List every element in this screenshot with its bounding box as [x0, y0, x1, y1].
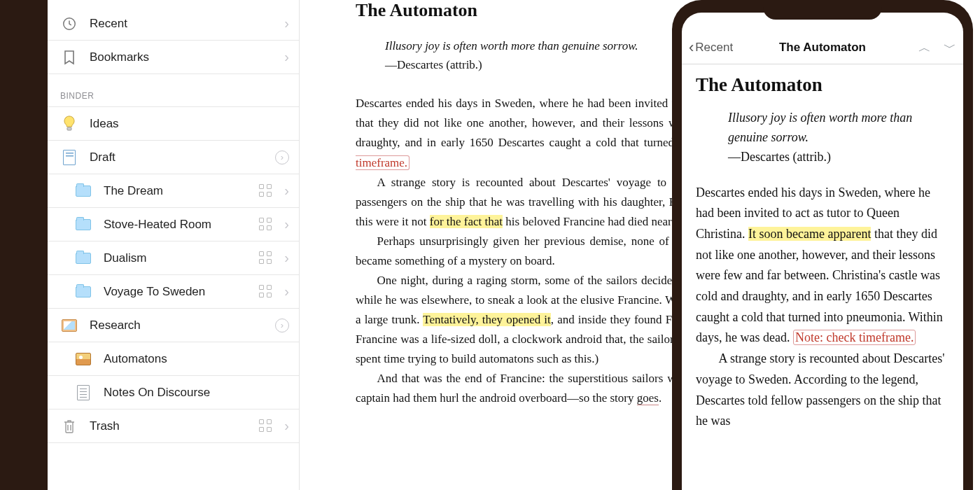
sidebar-item-label: The Dream	[104, 184, 259, 198]
binder-sidebar: Recent › Bookmarks › BINDER Ideas Draft …	[48, 0, 300, 490]
sidebar-item-label: Recent	[90, 17, 280, 31]
clock-icon	[60, 15, 78, 33]
folder-icon	[74, 283, 92, 301]
folder-icon	[74, 182, 92, 200]
chevron-right-icon: ›	[284, 418, 289, 434]
sidebar-item-the-dream[interactable]: The Dream ›	[48, 174, 299, 208]
text-document-icon	[74, 384, 92, 402]
corkboard-icon[interactable]	[259, 285, 273, 299]
body-paragraph: A strange story is recounted about Desca…	[696, 349, 949, 432]
folder-icon	[74, 249, 92, 267]
chevron-left-icon: ‹	[689, 38, 694, 57]
corkboard-icon[interactable]	[259, 218, 273, 232]
chevron-right-icon: ›	[284, 284, 289, 300]
sidebar-item-label: Dualism	[104, 251, 259, 265]
document-title: The Automaton	[696, 74, 949, 96]
sidebar-item-label: Ideas	[90, 117, 289, 131]
chevron-right-icon: ›	[284, 183, 289, 199]
sidebar-item-research[interactable]: Research ›	[48, 309, 299, 342]
sidebar-item-voyage-to-sweden[interactable]: Voyage To Sweden ›	[48, 275, 299, 309]
sidebar-item-label: Stove-Heated Room	[104, 218, 259, 232]
chevron-right-icon: ›	[284, 250, 289, 266]
corkboard-icon[interactable]	[259, 251, 273, 265]
revision-mark: goes	[637, 391, 659, 405]
highlight: for the fact that	[430, 215, 503, 228]
chevron-right-icon: ›	[284, 216, 289, 232]
sidebar-item-ideas[interactable]: Ideas	[48, 107, 299, 141]
document-icon	[60, 148, 78, 167]
phone-navbar: ‹ Recent The Automaton ︿ ﹀	[682, 31, 963, 64]
research-folder-icon	[60, 316, 78, 335]
sidebar-item-bookmarks[interactable]: Bookmarks ›	[48, 41, 299, 74]
expand-icon[interactable]: ›	[275, 318, 289, 332]
epigraph-attribution: —Descartes (attrib.)	[728, 148, 949, 167]
body-paragraph: Descartes ended his days in Sweden, wher…	[696, 183, 949, 349]
next-document-button[interactable]: ﹀	[944, 39, 956, 56]
sidebar-item-label: Research	[90, 318, 271, 332]
epigraph-quote: Illusory joy is often worth more than ge…	[728, 108, 949, 148]
sidebar-item-label: Trash	[90, 419, 259, 433]
section-header-binder: BINDER	[48, 74, 299, 107]
trash-icon	[60, 417, 78, 435]
sidebar-item-label: Voyage To Sweden	[104, 285, 259, 299]
svg-rect-1	[67, 127, 71, 130]
bookmark-icon	[60, 48, 78, 66]
sidebar-item-recent[interactable]: Recent ›	[48, 7, 299, 41]
sidebar-item-draft[interactable]: Draft ›	[48, 141, 299, 174]
sidebar-item-label: Automatons	[104, 352, 289, 366]
phone-notch	[763, 0, 882, 20]
sidebar-item-stove-heated-room[interactable]: Stove-Heated Room ›	[48, 208, 299, 241]
phone-screen: ‹ Recent The Automaton ︿ ﹀ The Automaton…	[682, 13, 963, 490]
chevron-right-icon: ›	[284, 49, 289, 65]
sidebar-item-label: Notes On Discourse	[104, 386, 289, 400]
lightbulb-icon	[60, 115, 78, 133]
chevron-right-icon: ›	[284, 15, 289, 31]
highlight: Tentatively, they opened it	[423, 313, 550, 326]
highlight: It soon became apparent	[748, 227, 871, 241]
back-label: Recent	[695, 41, 733, 55]
epigraph: Illusory joy is often worth more than ge…	[728, 108, 949, 167]
expand-icon[interactable]: ›	[275, 150, 289, 164]
inline-comment[interactable]: Note: check timeframe.	[793, 330, 916, 345]
prev-document-button[interactable]: ︿	[918, 39, 931, 56]
phone-editor[interactable]: The Automaton Illusory joy is often wort…	[682, 64, 963, 490]
back-button[interactable]: ‹ Recent	[689, 38, 733, 57]
image-icon	[74, 350, 92, 368]
folder-icon	[74, 216, 92, 234]
corkboard-icon[interactable]	[259, 419, 273, 433]
sidebar-item-trash[interactable]: Trash ›	[48, 410, 299, 443]
sidebar-item-label: Draft	[90, 150, 271, 164]
sidebar-item-label: Bookmarks	[90, 50, 280, 64]
app-frame-left	[0, 0, 48, 490]
phone-mockup: ‹ Recent The Automaton ︿ ﹀ The Automaton…	[672, 0, 973, 490]
sidebar-item-notes-on-discourse[interactable]: Notes On Discourse	[48, 376, 299, 410]
corkboard-icon[interactable]	[259, 184, 273, 198]
sidebar-item-dualism[interactable]: Dualism ›	[48, 241, 299, 275]
sidebar-item-automatons[interactable]: Automatons	[48, 342, 299, 376]
